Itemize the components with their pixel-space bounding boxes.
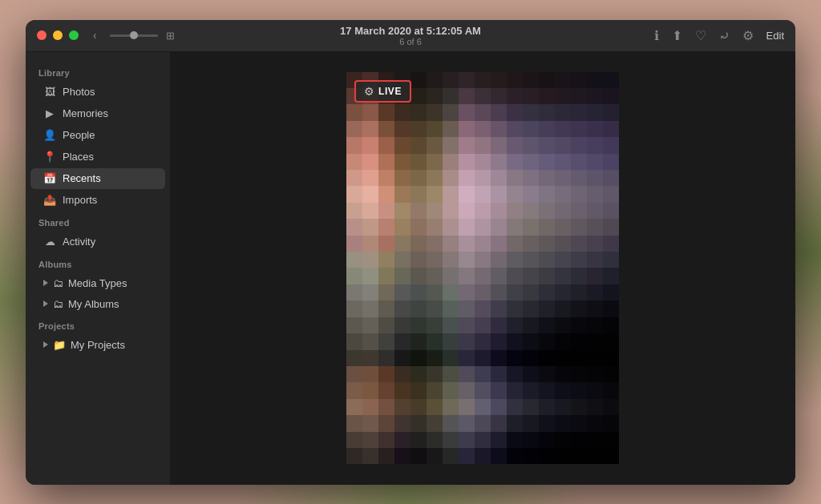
sidebar-item-media-types-label: Media Types — [68, 277, 127, 289]
slider-area — [110, 34, 158, 37]
rotate-icon[interactable]: ⤾ — [719, 28, 730, 43]
projects-section-label: Projects — [26, 315, 170, 334]
sidebar-item-my-projects[interactable]: 📁 My Projects — [30, 335, 165, 355]
sidebar: Library 🖼 Photos ▶ Memories 👤 People 📍 P… — [26, 52, 170, 485]
expand-triangle-my-projects — [43, 341, 48, 348]
sidebar-item-imports-label: Imports — [63, 194, 97, 206]
sidebar-item-photos[interactable]: 🖼 Photos — [30, 82, 165, 103]
minimize-button[interactable] — [53, 30, 63, 40]
window-title: 17 March 2020 at 5:12:05 AM — [340, 25, 481, 37]
sidebar-item-memories-label: Memories — [63, 107, 108, 119]
sidebar-item-places-label: Places — [63, 151, 94, 163]
maximize-button[interactable] — [69, 30, 79, 40]
back-button[interactable]: ‹ — [90, 27, 100, 43]
nav-controls: ‹ ⊞ — [79, 27, 175, 43]
live-label: LIVE — [378, 86, 402, 97]
photos-icon: 🖼 — [43, 86, 56, 99]
expand-triangle-my-albums — [43, 300, 48, 307]
places-icon: 📍 — [43, 151, 56, 163]
sidebar-item-recents-label: Recents — [63, 172, 101, 184]
sidebar-item-recents[interactable]: 📅 Recents — [30, 168, 165, 189]
sidebar-item-imports[interactable]: 📤 Imports — [30, 190, 165, 211]
media-types-icon: 🗂 — [53, 277, 63, 289]
albums-section-label: Albums — [26, 253, 170, 272]
zoom-slider[interactable] — [110, 34, 158, 37]
photo-mosaic — [346, 72, 619, 465]
live-badge[interactable]: ⚙ LIVE — [354, 80, 411, 103]
adjust-icon[interactable]: ⚙ — [742, 28, 754, 43]
title-center: 17 March 2020 at 5:12:05 AM 6 of 6 — [340, 25, 481, 46]
my-albums-icon: 🗂 — [53, 298, 63, 310]
sidebar-item-my-projects-label: My Projects — [71, 339, 125, 351]
sidebar-item-my-albums[interactable]: 🗂 My Albums — [30, 294, 165, 314]
edit-button[interactable]: Edit — [766, 30, 784, 42]
live-gear-icon: ⚙ — [364, 85, 374, 98]
memories-icon: ▶ — [43, 107, 56, 120]
titlebar: ‹ ⊞ 17 March 2020 at 5:12:05 AM 6 of 6 ℹ… — [26, 20, 795, 52]
people-icon: 👤 — [43, 129, 56, 142]
share-icon[interactable]: ⬆ — [672, 28, 682, 43]
heart-icon[interactable]: ♡ — [695, 28, 706, 43]
sidebar-item-media-types[interactable]: 🗂 Media Types — [30, 273, 165, 293]
expand-triangle-media-types — [43, 280, 48, 286]
shared-section-label: Shared — [26, 212, 170, 231]
window-controls — [26, 30, 79, 40]
info-icon[interactable]: ℹ — [654, 28, 659, 43]
sidebar-item-activity[interactable]: ☁ Activity — [30, 232, 165, 252]
grid-icon: ⊞ — [166, 30, 175, 42]
sidebar-item-photos-label: Photos — [63, 86, 95, 98]
recents-icon: 📅 — [43, 172, 56, 185]
app-window: ‹ ⊞ 17 March 2020 at 5:12:05 AM 6 of 6 ℹ… — [26, 20, 795, 485]
photo-area: ⚙ LIVE — [170, 52, 795, 485]
sidebar-item-people[interactable]: 👤 People — [30, 125, 165, 146]
sidebar-item-people-label: People — [63, 129, 95, 141]
sidebar-item-my-albums-label: My Albums — [68, 298, 119, 310]
library-section-label: Library — [26, 62, 170, 81]
activity-icon: ☁ — [43, 236, 56, 248]
my-projects-icon: 📁 — [53, 339, 66, 351]
window-subtitle: 6 of 6 — [340, 37, 481, 46]
close-button[interactable] — [37, 30, 47, 40]
photo-container: ⚙ LIVE — [346, 72, 619, 465]
toolbar-right: ℹ ⬆ ♡ ⤾ ⚙ Edit — [654, 28, 784, 43]
sidebar-item-activity-label: Activity — [63, 236, 95, 248]
sidebar-item-places[interactable]: 📍 Places — [30, 147, 165, 167]
imports-icon: 📤 — [43, 194, 56, 207]
main-content: Library 🖼 Photos ▶ Memories 👤 People 📍 P… — [26, 52, 795, 485]
sidebar-item-memories[interactable]: ▶ Memories — [30, 103, 165, 124]
